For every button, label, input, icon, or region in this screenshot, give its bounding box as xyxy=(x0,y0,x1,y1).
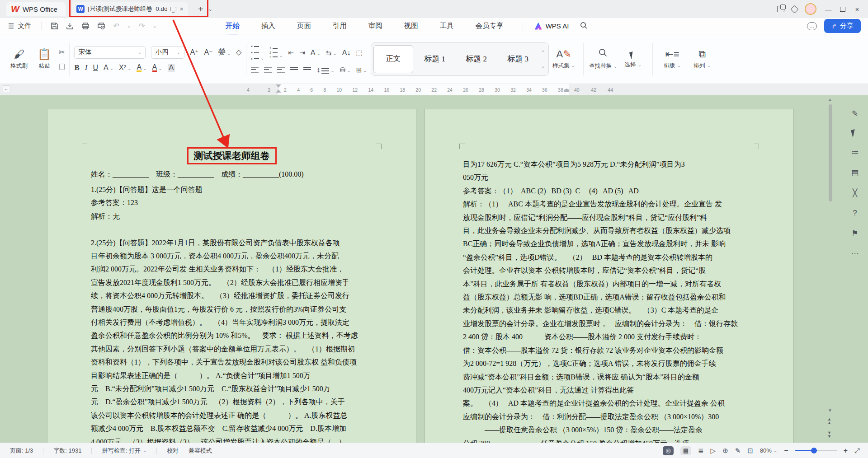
search-icon[interactable] xyxy=(580,21,588,31)
wps-ai-button[interactable]: WPS AI xyxy=(523,22,569,30)
bullet-list-button[interactable]: ⌄ xyxy=(251,44,264,61)
line-spacing-button[interactable]: ↕⌄ xyxy=(316,66,334,74)
file-menu-button[interactable]: ☰ 文件 xyxy=(8,22,31,30)
hanging-indent-marker[interactable] xyxy=(276,89,281,93)
cloud-sync-icon[interactable]: ... xyxy=(807,22,817,30)
underline-button[interactable]: U xyxy=(93,64,98,72)
next-page-button[interactable]: ▼▼ xyxy=(827,431,831,438)
eye-protection-icon[interactable]: ◎ xyxy=(663,446,674,455)
user-avatar[interactable] xyxy=(805,3,816,15)
sort-icon[interactable]: A↓ xyxy=(342,49,351,57)
shrink-font-button[interactable]: A⁻ xyxy=(204,48,213,56)
find-replace-button[interactable]: 查找替换⌄ xyxy=(588,48,618,70)
style-card[interactable]: 标题 3 xyxy=(498,45,538,73)
app-center-icon[interactable] xyxy=(790,5,798,13)
vertical-scrollbar[interactable]: ▲ ▼ ▲▲ ▼▼ xyxy=(828,95,834,443)
font-name-select[interactable]: 宋体 ⌄ xyxy=(74,46,146,59)
zoom-slider-knob[interactable] xyxy=(811,448,817,453)
menu-tab[interactable]: 页面 xyxy=(296,19,312,33)
numbered-list-button[interactable]: ⌄ xyxy=(269,47,283,58)
word-count[interactable]: 字数: 1931 xyxy=(53,447,81,455)
seal-icon[interactable]: ▤ xyxy=(849,168,860,178)
adjust-sliders-icon[interactable]: ≔ xyxy=(849,148,860,157)
page-frame-icon[interactable]: ⬚ xyxy=(356,49,362,57)
style-set-button[interactable]: A✎ 样式集⌄ xyxy=(549,49,579,70)
edit-mode-icon[interactable]: ✎ xyxy=(735,447,741,455)
align-right-icon[interactable] xyxy=(277,67,285,73)
document-tab[interactable]: W [只读]测试授课老师组卷_0.do × xyxy=(72,2,188,16)
align-left-icon[interactable] xyxy=(251,67,259,73)
document-page-1[interactable]: 测试授课老师组卷 姓名：__________ 班级：__________ 成绩：… xyxy=(47,109,416,443)
annotate-pen-icon[interactable]: ✎ xyxy=(849,109,860,118)
style-card[interactable]: 标题 2 xyxy=(457,45,496,73)
menu-tab[interactable]: 审阅 xyxy=(368,19,383,33)
arrange-button[interactable]: ⧉ 排列⌄ xyxy=(687,49,717,70)
zoom-level[interactable]: 80%⌄ xyxy=(760,447,777,454)
decrease-indent-icon[interactable]: ⇤ xyxy=(288,49,294,57)
fit-page-icon[interactable]: ⊡ xyxy=(747,447,753,455)
outline-view-icon[interactable]: ≣ xyxy=(698,447,704,455)
read-mode-icon[interactable]: ▷ xyxy=(711,447,716,455)
text-direction-button[interactable]: ⇆⌄ xyxy=(326,49,337,57)
font-color-button[interactable]: A⌄ xyxy=(152,64,162,72)
share-button[interactable]: ↱ 分享 xyxy=(824,19,861,33)
first-line-indent-marker[interactable] xyxy=(276,84,281,88)
workbench-icon[interactable] xyxy=(777,6,784,12)
shading-bucket-icon[interactable]: ⛁⌄ xyxy=(340,66,351,74)
pinyin-guide-button[interactable]: 嫈⌄ xyxy=(218,47,231,57)
tab-close-icon[interactable]: × xyxy=(179,5,183,13)
previous-page-button[interactable]: ▲▲ xyxy=(827,417,831,425)
menu-tab[interactable]: 会员专享 xyxy=(475,19,505,33)
tab-stop-selector[interactable]: ⌐ xyxy=(3,85,10,93)
align-center-icon[interactable] xyxy=(264,67,272,73)
strikethrough-button[interactable]: A⌄ xyxy=(104,64,113,72)
export-icon[interactable] xyxy=(66,22,74,30)
superscript-button[interactable]: X²⌄ xyxy=(119,64,131,72)
style-card[interactable]: 标题 1 xyxy=(415,45,455,73)
horizontal-ruler[interactable]: ⌐ 42 2468101214161820222426283032343638 … xyxy=(0,84,868,95)
spellcheck-status[interactable]: 拼写检查: 打开⌄ xyxy=(102,447,146,455)
new-tab-button[interactable]: + xyxy=(198,4,203,14)
page-view-icon[interactable]: ▤ xyxy=(680,446,691,455)
restore-button[interactable] xyxy=(840,7,845,12)
bold-button[interactable]: B xyxy=(74,63,79,72)
scrollbar-thumb[interactable] xyxy=(829,104,832,201)
style-card[interactable]: 正文 xyxy=(373,45,413,73)
format-painter-button[interactable]: 🖌 格式刷 xyxy=(6,48,32,70)
print-preview-icon[interactable] xyxy=(97,22,105,30)
select-tool-icon[interactable] xyxy=(850,128,859,137)
cut-icon[interactable]: ✂ xyxy=(59,48,65,56)
menu-tab[interactable]: 工具 xyxy=(439,19,455,33)
font-size-select[interactable]: 小四 ⌄ xyxy=(151,46,184,59)
close-button[interactable]: × xyxy=(853,5,862,13)
tools-icon[interactable]: ╳ xyxy=(849,188,860,198)
select-button[interactable]: 选择⌄ xyxy=(618,50,648,69)
char-shading-button[interactable]: A xyxy=(168,64,175,72)
tab-list-chevron-icon[interactable]: ⌄ xyxy=(208,6,212,12)
justify-icon[interactable] xyxy=(290,67,298,73)
web-layout-icon[interactable]: ⊕ xyxy=(722,447,728,455)
scroll-down-arrow-icon[interactable]: ▼ xyxy=(828,408,832,413)
quickbar-chevron-icon[interactable]: ⌄ xyxy=(152,23,156,29)
wps-home-button[interactable]: W WPS Office xyxy=(6,2,66,16)
print-icon[interactable] xyxy=(81,22,90,30)
borders-icon[interactable]: ⊞⌄ xyxy=(356,66,367,74)
menu-tab[interactable]: 插入 xyxy=(260,19,276,33)
undo-chevron-icon[interactable]: ⌄ xyxy=(127,23,131,29)
more-tools-icon[interactable]: ⋯ xyxy=(849,249,860,258)
save-icon[interactable] xyxy=(51,22,58,30)
fullscreen-icon[interactable]: ⤢ xyxy=(854,447,860,455)
menu-tab[interactable]: 引用 xyxy=(332,19,348,33)
scroll-up-arrow-icon[interactable]: ▲ xyxy=(828,97,832,102)
increase-indent-icon[interactable]: ⇥ xyxy=(299,49,305,57)
clear-format-eraser-icon[interactable]: ◇ xyxy=(236,48,241,56)
styles-gallery-arrows[interactable]: ⌃⌄ xyxy=(540,45,546,73)
document-page-2[interactable]: 目为17 626万元 C.“资本公积”项目为5 928万元 D.“未分配利润”项… xyxy=(425,109,794,443)
document-canvas[interactable]: 测试授课老师组卷 姓名：__________ 班级：__________ 成绩：… xyxy=(0,95,868,443)
minimize-button[interactable]: — xyxy=(824,5,833,13)
bookmark-flag-icon[interactable]: ⚑ xyxy=(849,229,860,238)
redo-icon[interactable]: ↷ xyxy=(139,22,145,30)
copy-icon[interactable] xyxy=(59,64,65,70)
zoom-in-button[interactable]: + xyxy=(844,447,848,455)
paste-button[interactable]: 📋 粘贴 xyxy=(32,48,57,70)
